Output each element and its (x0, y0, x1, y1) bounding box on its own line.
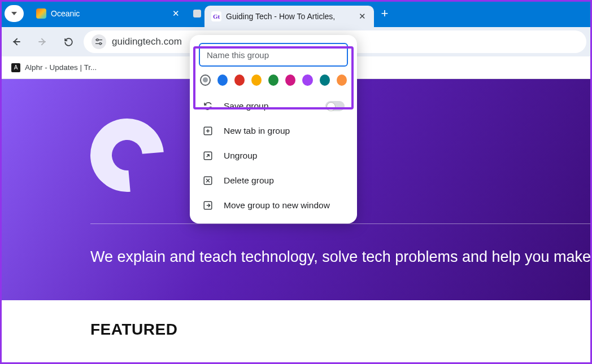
new-tab-in-group-item[interactable]: New tab in group (190, 119, 357, 143)
guidingtech-favicon-icon: Gt (211, 11, 221, 21)
tab-group-popup: Save group New tab in group Ungroup Dele… (190, 35, 357, 223)
color-grey[interactable] (200, 74, 211, 86)
tab-oceanic[interactable]: Oceanic ✕ (29, 3, 188, 24)
ungroup-item[interactable]: Ungroup (190, 143, 357, 168)
color-picker-row (190, 67, 357, 94)
close-icon[interactable]: ✕ (357, 11, 367, 21)
menu-label: Ungroup (224, 151, 257, 161)
delete-icon (202, 175, 214, 186)
color-purple[interactable] (302, 74, 312, 86)
site-info-button[interactable] (92, 34, 106, 49)
new-tab-icon (202, 125, 214, 137)
close-icon[interactable]: ✕ (171, 8, 181, 19)
save-group-toggle[interactable] (325, 101, 345, 111)
tab-group-indicator[interactable] (193, 10, 201, 17)
forward-button[interactable] (32, 31, 53, 52)
site-logo-icon (90, 119, 164, 192)
tab-strip: Oceanic ✕ Gt Guiding Tech - How To Artic… (0, 0, 592, 27)
color-red[interactable] (234, 74, 245, 86)
color-teal[interactable] (320, 74, 330, 86)
divider (90, 223, 592, 224)
tab-title: Oceanic (51, 9, 166, 18)
color-blue[interactable] (217, 74, 228, 86)
alphr-favicon-icon: A (11, 63, 20, 72)
delete-group-item[interactable]: Delete group (190, 168, 357, 193)
menu-label: Save group (224, 101, 268, 111)
featured-heading: FEATURED (90, 321, 502, 339)
menu-label: New tab in group (224, 126, 290, 136)
ungroup-icon (202, 150, 214, 161)
color-pink[interactable] (285, 74, 295, 86)
oceanic-favicon-icon (36, 8, 46, 19)
reload-button[interactable] (58, 31, 79, 52)
tab-title: Guiding Tech - How To Articles, (226, 12, 352, 21)
back-button[interactable] (6, 31, 27, 52)
group-name-input[interactable] (199, 43, 348, 67)
save-group-item[interactable]: Save group (190, 94, 357, 119)
new-tab-button[interactable]: + (376, 5, 393, 22)
svg-point-0 (97, 39, 98, 41)
menu-label: Move group to new window (224, 200, 330, 210)
sync-icon (202, 100, 214, 112)
tab-guidingtech[interactable]: Gt Guiding Tech - How To Articles, ✕ (204, 6, 374, 27)
hero-tagline: We explain and teach technology, solve t… (90, 248, 592, 266)
arrow-left-icon (11, 36, 22, 47)
color-yellow[interactable] (251, 74, 262, 86)
color-green[interactable] (268, 74, 278, 86)
bookmark-label: Alphr - Updates | Tr... (25, 63, 97, 72)
tune-icon (94, 38, 103, 46)
move-window-icon (202, 200, 214, 211)
move-group-item[interactable]: Move group to new window (190, 193, 357, 218)
svg-point-1 (99, 43, 101, 45)
reload-icon (63, 37, 74, 47)
arrow-right-icon (37, 36, 48, 47)
bookmark-alphr[interactable]: A Alphr - Updates | Tr... (8, 61, 100, 74)
color-orange[interactable] (337, 74, 347, 86)
menu-label: Delete group (224, 176, 274, 186)
featured-section: FEATURED (0, 300, 592, 359)
window-menu-button[interactable] (5, 5, 24, 22)
url-text: guidingtech.com (112, 36, 182, 47)
